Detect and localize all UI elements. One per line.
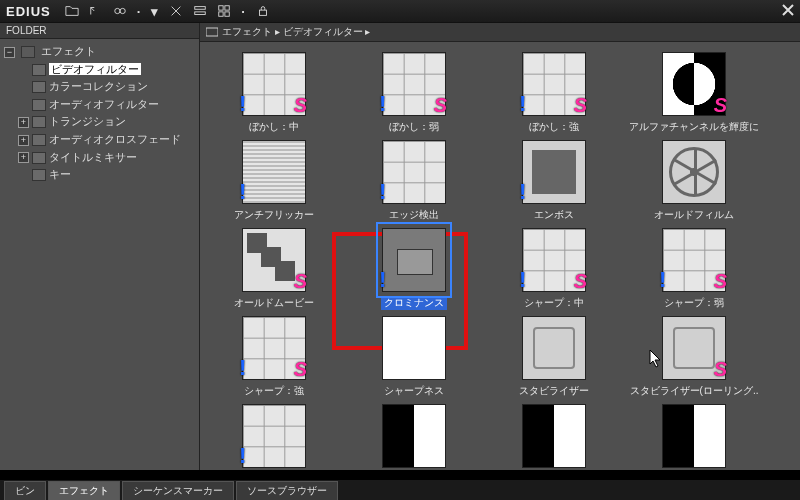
effect-tile[interactable]: オールドフィルム — [624, 140, 764, 222]
folder-small-icon — [206, 27, 218, 37]
tree-item[interactable]: +オーディオクロスフェード — [18, 131, 197, 149]
tree-root[interactable]: − エフェクト ビデオフィルターカラーコレクションオーディオフィルター+トランジ… — [4, 43, 197, 184]
effect-label: アンチフリッカー — [234, 208, 314, 222]
link-icon[interactable] — [113, 4, 127, 18]
effect-thumbnail: ! — [242, 404, 306, 468]
title-bar: EDIUS · ▾ · — [0, 0, 800, 22]
svg-rect-9 — [206, 28, 218, 36]
tree-item-label: カラーコレクション — [49, 80, 148, 92]
effect-tile[interactable]: !Sシャープ：弱 — [624, 228, 764, 310]
dropdown-icon[interactable]: ▾ — [151, 4, 159, 19]
effect-tile[interactable] — [484, 404, 624, 470]
effect-label: シャープ：強 — [244, 384, 304, 398]
dot2-icon[interactable]: · — [241, 4, 246, 19]
folder-sidebar: FOLDER − エフェクト ビデオフィルターカラーコレクションオーディオフィル… — [0, 23, 200, 470]
effect-tile[interactable]: Sアルファチャンネルを輝度に — [624, 52, 764, 134]
tree-item[interactable]: ビデオフィルター — [18, 61, 197, 79]
grid-row: Sオールドムービー!クロミナンス!Sシャープ：中!Sシャープ：弱 — [204, 228, 796, 316]
effect-tile[interactable]: Sオールドムービー — [204, 228, 344, 310]
effect-tile[interactable]: !Sシャープ：強 — [204, 316, 344, 398]
folder-icon — [32, 99, 46, 111]
effect-label: クロミナンス — [381, 296, 447, 310]
grid-row: ! — [204, 404, 796, 470]
svg-rect-7 — [225, 12, 229, 16]
bottom-tab[interactable]: ソースブラウザー — [236, 481, 338, 500]
expand-icon[interactable]: + — [18, 117, 29, 128]
effect-tile[interactable]: !エッジ検出 — [344, 140, 484, 222]
keyframe-badge-icon: ! — [239, 355, 246, 381]
keyframe-badge-icon: ! — [519, 179, 526, 205]
effects-grid: !Sぼかし：中!Sぼかし：弱!Sぼかし：強Sアルファチャンネルを輝度に!アンチフ… — [200, 42, 800, 470]
app-brand: EDIUS — [6, 4, 51, 19]
effect-thumbnail: !S — [242, 316, 306, 380]
folder-icon — [32, 169, 46, 181]
effect-tile[interactable]: Sスタビライザー(ローリング.. — [624, 316, 764, 398]
breadcrumb[interactable]: エフェクト ▸ ビデオフィルター ▸ — [200, 23, 800, 42]
grid-icon[interactable] — [217, 4, 231, 18]
svg-rect-5 — [225, 6, 229, 10]
effect-tile[interactable]: ! — [204, 404, 344, 470]
tree-item-label: キー — [49, 168, 71, 180]
folder-icon — [32, 81, 46, 93]
bottom-tab[interactable]: ビン — [4, 481, 46, 500]
effect-thumbnail — [522, 404, 586, 468]
effect-tile[interactable]: シャープネス — [344, 316, 484, 398]
expand-icon[interactable]: + — [18, 152, 29, 163]
stack-icon[interactable] — [193, 4, 207, 18]
tree-item[interactable]: カラーコレクション — [18, 78, 197, 96]
effect-label: ぼかし：強 — [529, 120, 579, 134]
tree-item[interactable]: キー — [18, 166, 197, 184]
effect-thumbnail: ! — [382, 228, 446, 292]
svg-rect-6 — [219, 12, 223, 16]
keyframe-badge-icon: ! — [519, 267, 526, 293]
effect-label: エッジ検出 — [389, 208, 439, 222]
breadcrumb-text: エフェクト ▸ ビデオフィルター ▸ — [222, 25, 370, 39]
effect-thumbnail: !S — [522, 52, 586, 116]
arrow-icon[interactable] — [89, 4, 103, 18]
lock-icon[interactable] — [256, 4, 270, 18]
system-badge-icon: S — [294, 94, 307, 117]
close-button[interactable] — [782, 4, 794, 19]
effect-tile[interactable] — [624, 404, 764, 470]
folder-icon[interactable] — [65, 4, 79, 18]
effect-label: ぼかし：中 — [249, 120, 299, 134]
expand-icon[interactable]: + — [18, 135, 29, 146]
keyframe-badge-icon: ! — [379, 267, 386, 293]
tree-root-label: エフェクト — [41, 45, 96, 57]
bottom-tab[interactable]: シーケンスマーカー — [122, 481, 234, 500]
effect-tile[interactable]: !Sぼかし：中 — [204, 52, 344, 134]
effects-icon — [21, 46, 35, 58]
keyframe-badge-icon: ! — [239, 179, 246, 205]
effect-tile[interactable]: !クロミナンス — [344, 228, 484, 310]
close-x-icon[interactable] — [169, 4, 183, 18]
system-badge-icon: S — [294, 358, 307, 381]
svg-point-1 — [120, 8, 125, 13]
effect-tile[interactable]: !エンボス — [484, 140, 624, 222]
tree-item[interactable]: +トランジション — [18, 113, 197, 131]
main-area: FOLDER − エフェクト ビデオフィルターカラーコレクションオーディオフィル… — [0, 22, 800, 470]
effect-tile[interactable]: !Sぼかし：弱 — [344, 52, 484, 134]
folder-tree[interactable]: − エフェクト ビデオフィルターカラーコレクションオーディオフィルター+トランジ… — [0, 39, 199, 188]
effect-label: シャープネス — [384, 384, 444, 398]
keyframe-badge-icon: ! — [239, 91, 246, 117]
tree-item[interactable]: +タイトルミキサー — [18, 149, 197, 167]
effect-tile[interactable]: !アンチフリッカー — [204, 140, 344, 222]
collapse-icon[interactable]: − — [4, 47, 15, 58]
effect-tile[interactable] — [344, 404, 484, 470]
tree-item-label: ビデオフィルター — [49, 63, 141, 75]
effect-tile[interactable]: !Sシャープ：中 — [484, 228, 624, 310]
system-badge-icon: S — [294, 270, 307, 293]
keyframe-badge-icon: ! — [379, 179, 386, 205]
tree-item-label: タイトルミキサー — [49, 151, 137, 163]
bottom-tab[interactable]: エフェクト — [48, 481, 120, 500]
tree-item[interactable]: オーディオフィルター — [18, 96, 197, 114]
effect-thumbnail: !S — [662, 228, 726, 292]
dot-icon[interactable]: · — [137, 4, 142, 19]
effect-thumbnail: S — [242, 228, 306, 292]
keyframe-badge-icon: ! — [239, 443, 246, 469]
tree-item-label: オーディオクロスフェード — [49, 133, 181, 145]
effect-thumbnail — [382, 404, 446, 468]
effect-label: オールドフィルム — [654, 208, 734, 222]
effect-tile[interactable]: スタビライザー — [484, 316, 624, 398]
effect-tile[interactable]: !Sぼかし：強 — [484, 52, 624, 134]
